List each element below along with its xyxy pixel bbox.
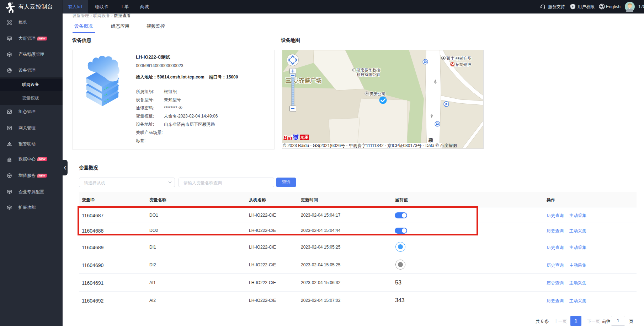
svg-text:颖: 颖	[428, 137, 433, 143]
svg-text:地图: 地图	[300, 135, 309, 140]
svg-text:Bai: Bai	[283, 135, 292, 141]
svg-text:© 2023 Baidu - GS(2021)6026号 -: © 2023 Baidu - GS(2021)6026号 - 甲测资字11111…	[283, 143, 457, 148]
svg-text:科技有限公司: 科技有限公司	[356, 72, 380, 77]
svg-text:招商银行: 招商银行	[456, 63, 471, 67]
svg-text:三天·齐盛广场: 三天·齐盛广场	[286, 77, 321, 83]
svg-text:du: du	[294, 136, 297, 140]
svg-text:银丰·联荷广场: 银丰·联荷广场	[446, 56, 472, 60]
svg-text:美安公寓: 美安公寓	[370, 92, 385, 96]
svg-text:济南振华数控: 济南振华数控	[357, 68, 380, 72]
svg-text:P: P	[445, 102, 448, 106]
